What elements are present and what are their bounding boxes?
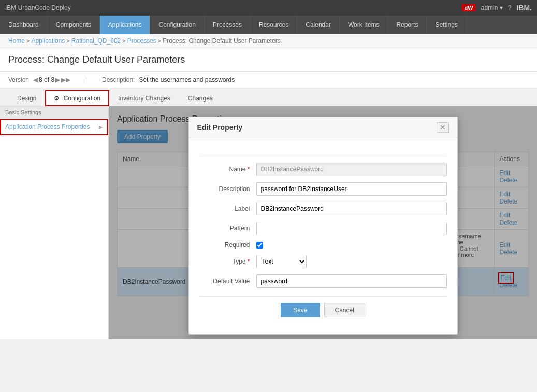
form-row-description: Description	[199, 182, 447, 196]
name-field-label: Name *	[199, 166, 256, 173]
default-value-label: Default Value	[199, 278, 256, 285]
description-value: Set the usernames and passwords	[139, 76, 235, 83]
nav-dashboard[interactable]: Dashboard	[0, 16, 48, 34]
sidebar: Basic Settings Application Process Prope…	[0, 106, 109, 339]
breadcrumb: Home > Applications > Rational_QD_602 > …	[0, 34, 537, 48]
last-arrow[interactable]: ▶▶	[61, 76, 70, 83]
sidebar-item-app-process-properties[interactable]: Application Process Properties ▶	[0, 119, 108, 135]
nav-configuration[interactable]: Configuration	[150, 16, 204, 34]
sidebar-item-label: Application Process Properties	[5, 123, 90, 130]
page-header: Process: Change Default User Parameters	[0, 48, 537, 72]
version-label: Version	[8, 76, 29, 83]
nav-components[interactable]: Components	[48, 16, 100, 34]
breadcrumb-applications[interactable]: Applications	[32, 37, 65, 45]
tabs-bar: Design ⚙ Configuration Inventory Changes…	[0, 90, 537, 106]
pattern-field-label: Pattern	[199, 225, 256, 232]
form-row-name: Name *	[199, 163, 447, 176]
required-checkbox[interactable]	[256, 242, 263, 249]
top-bar: IBM UrbanCode Deploy dW admin ▾ ? IBM.	[0, 0, 537, 16]
type-select[interactable]: Text Password Select Multi Select Check …	[256, 255, 307, 268]
gear-icon: ⚙	[54, 95, 60, 102]
modal-divider-bottom	[199, 296, 447, 297]
help-button[interactable]: ?	[508, 4, 512, 11]
required-field-label: Required	[199, 241, 256, 249]
content-area: Application Process Properties Add Prope…	[109, 106, 537, 339]
description-section: Description: Set the usernames and passw…	[86, 76, 235, 83]
page-title: Process: Change Default User Parameters	[8, 54, 529, 65]
admin-menu[interactable]: admin ▾	[481, 4, 503, 11]
edit-property-modal: Edit Property ✕ Name * Description	[188, 117, 458, 335]
sidebar-section-header: Basic Settings	[0, 106, 108, 119]
version-value: 8 of 8	[39, 76, 54, 83]
tab-changes[interactable]: Changes	[179, 90, 222, 106]
next-arrow[interactable]: ▶	[55, 76, 60, 83]
nav-applications[interactable]: Applications	[100, 16, 151, 34]
breadcrumb-app[interactable]: Rational_QD_602	[71, 37, 121, 45]
description-field-label: Description	[199, 185, 256, 193]
default-value-field[interactable]	[256, 274, 447, 288]
prev-arrow[interactable]: ◀	[33, 76, 38, 83]
modal-body: Name * Description Label Pat	[189, 138, 457, 334]
nav-bar: Dashboard Components Applications Config…	[0, 16, 537, 34]
dw-badge: dW	[462, 4, 476, 11]
nav-calendar[interactable]: Calendar	[297, 16, 340, 34]
tab-configuration[interactable]: ⚙ Configuration	[45, 90, 109, 106]
modal-footer: Save Cancel	[199, 303, 447, 324]
form-row-pattern: Pattern	[199, 222, 447, 235]
label-field-label: Label	[199, 205, 256, 212]
breadcrumb-home[interactable]: Home	[8, 37, 25, 45]
version-section: Version ◀ 8 of 8 ▶ ▶▶	[8, 76, 70, 83]
tab-inventory-changes[interactable]: Inventory Changes	[109, 90, 179, 106]
description-field[interactable]	[256, 182, 447, 196]
modal-divider-top	[199, 154, 447, 154]
modal-overlay: Edit Property ✕ Name * Description	[109, 106, 537, 339]
nav-settings[interactable]: Settings	[427, 16, 466, 34]
breadcrumb-current: Process: Change Default User Parameters	[163, 37, 280, 45]
chevron-right-icon: ▶	[99, 124, 103, 130]
modal-close-button[interactable]: ✕	[437, 122, 449, 133]
top-bar-right: dW admin ▾ ? IBM.	[462, 4, 532, 12]
name-field[interactable]	[256, 163, 447, 176]
breadcrumb-processes[interactable]: Processes	[127, 37, 156, 45]
version-nav: ◀ 8 of 8 ▶ ▶▶	[33, 76, 70, 83]
cancel-button[interactable]: Cancel	[324, 303, 365, 317]
main-content: Basic Settings Application Process Prope…	[0, 106, 537, 339]
label-field[interactable]	[256, 202, 447, 215]
nav-processes[interactable]: Processes	[205, 16, 251, 34]
form-row-label: Label	[199, 202, 447, 215]
type-field-label: Type *	[199, 258, 256, 265]
app-name: IBM UrbanCode Deploy	[5, 4, 71, 11]
description-label: Description:	[102, 76, 135, 83]
version-bar: Version ◀ 8 of 8 ▶ ▶▶ Description: Set t…	[0, 72, 537, 88]
pattern-field[interactable]	[256, 222, 447, 235]
form-row-required: Required	[199, 241, 447, 249]
nav-work-items[interactable]: Work Items	[340, 16, 388, 34]
modal-header: Edit Property ✕	[189, 117, 457, 138]
modal-title: Edit Property	[197, 123, 243, 132]
form-row-default-value: Default Value	[199, 274, 447, 288]
ibm-logo: IBM.	[516, 4, 532, 12]
tab-design[interactable]: Design	[8, 90, 45, 106]
form-row-type: Type * Text Password Select Multi Select…	[199, 255, 447, 268]
nav-resources[interactable]: Resources	[251, 16, 297, 34]
save-button[interactable]: Save	[281, 303, 320, 317]
nav-reports[interactable]: Reports	[388, 16, 427, 34]
